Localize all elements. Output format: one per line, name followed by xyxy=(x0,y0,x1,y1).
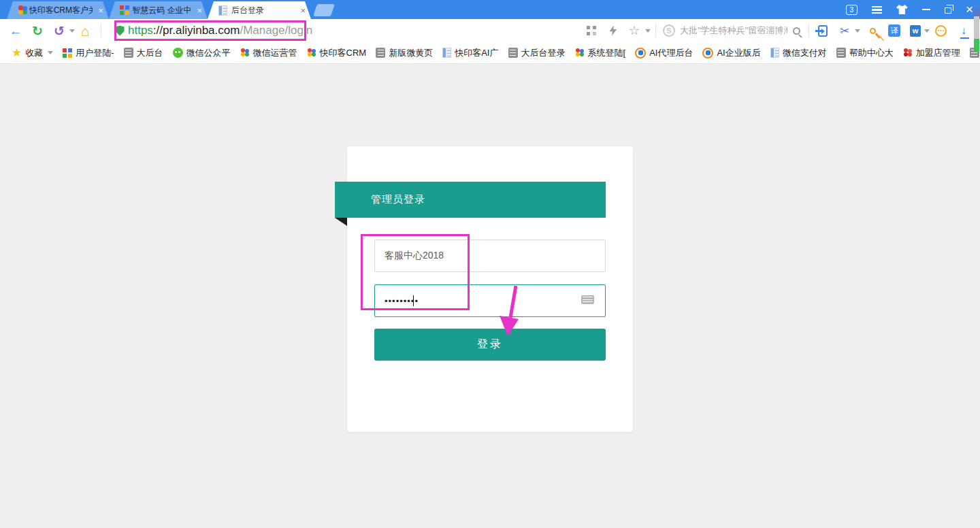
bookmark-item[interactable]: 大后台登录 xyxy=(504,42,570,64)
restore-window-button[interactable] xyxy=(945,7,951,14)
star-dropdown-caret-icon[interactable] xyxy=(644,19,652,42)
bookmark-item[interactable]: 新版微黄页 xyxy=(371,42,438,64)
scissors-dropdown-caret-icon[interactable] xyxy=(853,19,862,42)
edge-scroll-track[interactable] xyxy=(974,16,979,39)
browser-window: 快印客CRM客户关系管 × 智慧云码 企业中心 × 后台登录 × 3 × xyxy=(0,0,980,528)
word-document-icon[interactable]: w xyxy=(908,19,923,42)
tab-backend-login-active[interactable]: 后台登录 × xyxy=(208,1,311,19)
login-panel-header: 管理员登录 xyxy=(335,182,606,218)
bookmark-item[interactable]: 微信公众平 xyxy=(168,42,235,64)
edge-scroll-thumb[interactable] xyxy=(974,9,979,16)
bookmark-item[interactable]: 用户登陆- xyxy=(58,42,118,64)
annotation-arrow xyxy=(476,280,531,343)
minimize-button[interactable] xyxy=(922,9,930,10)
ai-favicon-icon xyxy=(702,48,713,59)
document-favicon-icon xyxy=(124,48,133,58)
bookmark-item[interactable]: 微信运营管 xyxy=(235,42,302,64)
flower-favicon-icon xyxy=(240,48,250,58)
bookmark-item[interactable]: AI企业版后 xyxy=(698,42,765,64)
bookmarks-bar: ★ 收藏 用户登陆- 大后台 微信公众平 微信运营管 快印客CRM 新版微黄页 … xyxy=(0,42,980,64)
window-controls: 3 × xyxy=(846,0,973,19)
tab-count-badge[interactable]: 3 xyxy=(846,5,858,15)
password-key-icon[interactable] xyxy=(864,19,881,42)
tab-smart-cloud[interactable]: 智慧云码 企业中心 × xyxy=(109,1,208,19)
word-dropdown-caret-icon[interactable] xyxy=(923,19,931,42)
login-panel-title: 管理员登录 xyxy=(371,193,425,206)
bookmark-item[interactable]: AI代理后台 xyxy=(630,42,698,64)
search-engine-icon[interactable]: S xyxy=(662,19,676,42)
screenshot-scissors-icon[interactable]: ✂ xyxy=(837,19,852,42)
annotation-box-credentials xyxy=(361,234,470,310)
bookmark-item[interactable]: 快印客CRM xyxy=(302,42,372,64)
flower-favicon-icon xyxy=(575,48,585,58)
keyboard-icon[interactable] xyxy=(581,295,594,304)
document-favicon-icon xyxy=(836,48,846,58)
annotation-box-url xyxy=(114,20,306,41)
translate-icon[interactable]: 译 xyxy=(886,19,902,42)
undo-dropdown-caret-icon[interactable] xyxy=(68,19,76,42)
qr-code-icon[interactable] xyxy=(584,19,599,42)
tab-close-icon[interactable]: × xyxy=(191,6,202,15)
document-favicon-icon xyxy=(376,48,385,58)
bookmark-item[interactable]: 快印客AI广 xyxy=(438,42,503,64)
menu-icon[interactable] xyxy=(872,6,882,14)
search-input[interactable]: 大批"学生特种兵"留宿淄博海底 xyxy=(680,19,787,42)
bookmark-item[interactable]: 微信支付对 xyxy=(766,42,832,64)
tab-close-icon[interactable]: × xyxy=(295,6,306,15)
tab-favicon-flower-icon xyxy=(18,5,25,15)
theme-skin-icon[interactable] xyxy=(896,5,908,14)
edge-scroll-indicator xyxy=(974,39,979,52)
search-icon[interactable] xyxy=(789,19,803,42)
tab-strip: 快印客CRM客户关系管 × 智慧云码 企业中心 × 后台登录 × xyxy=(7,1,333,19)
bookmark-star-icon[interactable]: ☆ xyxy=(626,19,642,42)
bookmark-item[interactable]: 大后台 xyxy=(119,42,168,64)
bookmark-item[interactable]: 帮助中心大 xyxy=(832,42,898,64)
page-favicon-icon xyxy=(442,48,451,58)
close-window-button[interactable]: × xyxy=(966,3,973,16)
tab-favicon-document-icon xyxy=(218,5,227,16)
ai-favicon-icon xyxy=(635,48,646,59)
ribbon-fold-decoration xyxy=(335,218,347,226)
undo-closed-tab-button[interactable]: ↺ xyxy=(50,19,68,42)
bookmark-item[interactable]: 系统登陆[ xyxy=(570,42,631,64)
flower-favicon-icon xyxy=(307,48,316,58)
new-tab-button[interactable] xyxy=(313,4,335,16)
browser-titlebar: 快印客CRM客户关系管 × 智慧云码 企业中心 × 后台登录 × 3 × xyxy=(0,0,980,19)
divider xyxy=(655,24,656,37)
flower-favicon-icon xyxy=(903,48,913,58)
document-favicon-icon xyxy=(508,48,518,58)
tab-title: 智慧云码 企业中心 xyxy=(132,5,191,16)
page-favicon-icon xyxy=(770,48,779,58)
favorites-star-icon: ★ xyxy=(12,46,22,60)
refresh-button[interactable]: ↻ xyxy=(29,19,46,42)
wechat-favicon-icon xyxy=(173,48,183,58)
home-button[interactable]: ⌂ xyxy=(76,19,94,42)
divider xyxy=(808,24,809,37)
tab-close-icon[interactable]: × xyxy=(93,6,103,15)
folder-caret-icon xyxy=(48,51,53,54)
tab-favicon-qr-icon xyxy=(120,5,128,15)
back-button[interactable]: ← xyxy=(7,19,24,42)
tab-title: 后台登录 xyxy=(231,5,264,16)
account-login-icon[interactable] xyxy=(815,19,831,42)
speed-boost-icon[interactable] xyxy=(607,19,619,42)
download-icon[interactable]: ↓ xyxy=(956,19,972,42)
tab-crm[interactable]: 快印客CRM客户关系管 × xyxy=(7,1,109,19)
qr-favicon-icon xyxy=(63,48,72,58)
divider xyxy=(101,24,101,37)
bookmark-item[interactable]: 加盟店管理 xyxy=(898,42,965,64)
tab-title: 快印客CRM客户关系管 xyxy=(29,5,93,16)
more-extensions-icon[interactable] xyxy=(932,19,949,42)
bookmarks-root-folder[interactable]: ★ 收藏 xyxy=(7,42,58,64)
